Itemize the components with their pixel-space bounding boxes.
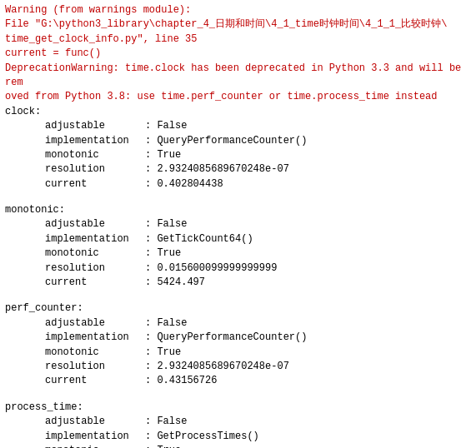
warning-line3: time_get_clock_info.py", line 35 [5,32,471,47]
perf-counter-current: current : 0.43156726 [5,374,471,388]
process-time-implementation: implementation : GetProcessTimes() [5,430,471,444]
monotonic-current-val: : 5424.497 [145,276,205,290]
clock-implementation-key: implementation [45,134,145,148]
perf-counter-adjustable: adjustable : False [5,316,471,331]
process-time-implementation-key: implementation [45,430,145,444]
monotonic-header: monotonic: [5,203,471,217]
perf-counter-section: perf_counter: adjustable : False impleme… [5,301,471,388]
clock-implementation: implementation : QueryPerformanceCounter… [5,134,471,148]
perf-counter-implementation-key: implementation [45,331,145,345]
warning-line1: Warning (from warnings module): [5,3,471,17]
process-time-adjustable: adjustable : False [5,415,471,429]
clock-current-val: : 0.402804438 [145,177,223,192]
monotonic-resolution: resolution : 0.015600099999999999 [5,261,471,276]
clock-section: clock: adjustable : False implementation… [5,105,471,192]
perf-counter-current-val: : 0.43156726 [145,374,217,388]
process-time-adjustable-val: : False [145,415,187,429]
monotonic-monotonic: monotonic : True [5,246,471,261]
clock-current-key: current [45,177,145,192]
process-time-section: process_time: adjustable : False impleme… [5,401,471,448]
monotonic-monotonic-val: : True [145,246,181,261]
warning-line2: File "G:\python3_library\chapter_4_日期和时间… [5,17,471,32]
clock-current: current : 0.402804438 [5,177,471,192]
warning-section: Warning (from warnings module): File "G:… [5,3,471,105]
warning-line4: current = func() [5,47,471,61]
deprecation-line1: DeprecationWarning: time.clock has been … [5,62,471,91]
perf-counter-resolution: resolution : 2.9324085689670248e-07 [5,360,471,374]
monotonic-adjustable-val: : False [145,217,187,231]
clock-adjustable-val: : False [145,119,187,133]
terminal-output: Warning (from warnings module): File "G:… [0,0,476,448]
clock-monotonic: monotonic : True [5,148,471,162]
perf-counter-implementation: implementation : QueryPerformanceCounter… [5,331,471,345]
clock-header: clock: [5,105,471,119]
perf-counter-adjustable-key: adjustable [45,316,145,331]
process-time-implementation-val: : GetProcessTimes() [145,430,259,444]
perf-counter-monotonic-val: : True [145,346,181,360]
clock-implementation-val: : QueryPerformanceCounter() [145,134,307,148]
monotonic-monotonic-key: monotonic [45,246,145,261]
process-time-header: process_time: [5,401,471,415]
deprecation-line2: oved from Python 3.8: use time.perf_coun… [5,90,471,104]
monotonic-current: current : 5424.497 [5,276,471,290]
perf-counter-implementation-val: : QueryPerformanceCounter() [145,331,307,345]
perf-counter-adjustable-val: : False [145,316,187,331]
process-time-monotonic-key: monotonic [45,444,145,448]
process-time-monotonic: monotonic : True [5,444,471,448]
clock-resolution-val: : 2.9324085689670248e-07 [145,162,289,177]
monotonic-current-key: current [45,276,145,290]
monotonic-implementation-key: implementation [45,232,145,246]
clock-monotonic-key: monotonic [45,148,145,162]
process-time-monotonic-val: : True [145,444,181,448]
perf-counter-current-key: current [45,374,145,388]
monotonic-adjustable-key: adjustable [45,217,145,231]
perf-counter-header: perf_counter: [5,301,471,316]
perf-counter-monotonic-key: monotonic [45,346,145,360]
perf-counter-resolution-val: : 2.9324085689670248e-07 [145,360,289,374]
perf-counter-resolution-key: resolution [45,360,145,374]
monotonic-adjustable: adjustable : False [5,217,471,231]
monotonic-section: monotonic: adjustable : False implementa… [5,203,471,290]
clock-resolution-key: resolution [45,162,145,177]
clock-adjustable-key: adjustable [45,119,145,133]
monotonic-resolution-val: : 0.015600099999999999 [145,261,277,276]
clock-adjustable: adjustable : False [5,119,471,133]
clock-monotonic-val: : True [145,148,181,162]
monotonic-implementation-val: : GetTickCount64() [145,232,253,246]
perf-counter-monotonic: monotonic : True [5,346,471,360]
monotonic-implementation: implementation : GetTickCount64() [5,232,471,246]
monotonic-resolution-key: resolution [45,261,145,276]
clock-resolution: resolution : 2.9324085689670248e-07 [5,162,471,177]
process-time-adjustable-key: adjustable [45,415,145,429]
